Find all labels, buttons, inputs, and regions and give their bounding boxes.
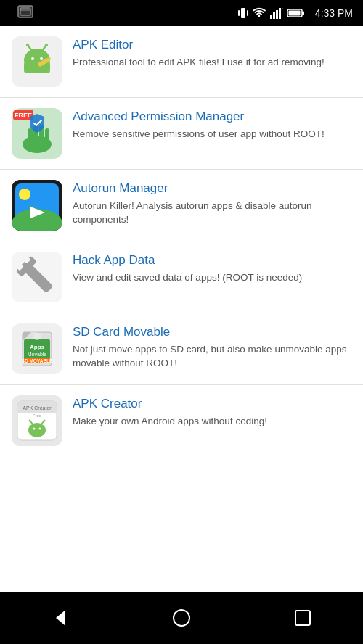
svg-rect-12 <box>302 12 304 15</box>
recent-apps-button[interactable] <box>287 602 319 634</box>
svg-rect-8 <box>276 10 278 19</box>
app-icon-hack-app <box>12 252 62 302</box>
app-name: APK Creator <box>73 397 351 411</box>
home-button[interactable] <box>166 602 197 634</box>
list-item[interactable]: APK Editor Professional tool to edit APK… <box>0 26 363 98</box>
app-info-sdcard: SD Card Movable Not just move apps to SD… <box>73 323 351 371</box>
svg-point-17 <box>26 44 29 46</box>
svg-point-20 <box>31 57 34 60</box>
back-button[interactable] <box>44 602 76 634</box>
app-icon-sdcard: Apps Movable SD MOVABLE <box>12 323 62 374</box>
app-icon-apk-creator: APK Creator Free <box>12 395 62 446</box>
status-bar: 4:33 PM <box>0 0 363 26</box>
svg-text:Movable: Movable <box>28 352 47 357</box>
svg-rect-4 <box>238 10 240 16</box>
app-desc: Autorun Killer! Analysis autorun apps & … <box>73 199 351 227</box>
nav-bar <box>0 592 363 644</box>
svg-marker-67 <box>56 611 65 625</box>
svg-point-68 <box>174 610 189 626</box>
svg-text:SD MOVABLE: SD MOVABLE <box>22 358 54 363</box>
app-name: SD Card Movable <box>73 325 351 339</box>
app-info-adv-perm: Advanced Permission Manager Remove sensi… <box>73 108 351 141</box>
svg-rect-5 <box>247 10 248 16</box>
svg-rect-69 <box>295 611 310 625</box>
svg-point-66 <box>39 428 41 430</box>
svg-rect-30 <box>45 128 49 144</box>
svg-rect-13 <box>288 11 300 16</box>
app-icon-autorun <box>12 180 62 231</box>
app-name: APK Editor <box>73 38 351 52</box>
app-name: Advanced Permission Manager <box>73 110 351 124</box>
svg-point-19 <box>45 44 48 46</box>
svg-rect-9 <box>279 8 281 19</box>
svg-text:APK Creator: APK Creator <box>23 405 52 410</box>
status-time: 4:33 PM <box>315 7 353 19</box>
svg-rect-22 <box>24 62 50 73</box>
svg-text:Free: Free <box>33 413 42 418</box>
svg-text:Apps: Apps <box>30 344 45 350</box>
app-name: Hack App Data <box>73 253 351 268</box>
svg-point-60 <box>28 423 46 437</box>
svg-rect-3 <box>241 8 245 18</box>
list-item[interactable]: Apps Movable SD MOVABLE SD Card Movable … <box>0 313 363 385</box>
svg-rect-10 <box>282 8 283 9</box>
svg-rect-6 <box>270 15 272 19</box>
svg-point-64 <box>44 420 46 422</box>
app-desc: Remove sensitive permissions of user app… <box>73 128 351 141</box>
app-desc: View and edit saved data of apps! (ROOT … <box>73 271 351 285</box>
app-icon-adv-perm: FREE <box>12 108 62 159</box>
app-desc: Make your own Android apps without codin… <box>73 415 351 429</box>
svg-rect-27 <box>28 128 33 146</box>
svg-point-62 <box>29 420 31 422</box>
app-desc: Professional tool to edit APK files! I u… <box>73 56 351 70</box>
app-info-apk-creator: APK Creator Make your own Android apps w… <box>73 395 351 429</box>
app-desc: Not just move apps to SD card, but also … <box>73 343 351 371</box>
app-name: Autorun Manager <box>73 181 351 196</box>
app-info-apk-editor: APK Editor Professional tool to edit APK… <box>73 36 351 70</box>
list-item[interactable]: Autorun Manager Autorun Killer! Analysis… <box>0 170 363 242</box>
app-info-hack-app: Hack App Data View and edit saved data o… <box>73 252 351 285</box>
svg-point-36 <box>19 189 30 200</box>
svg-text:FREE: FREE <box>15 112 32 119</box>
svg-point-21 <box>40 57 43 60</box>
app-info-autorun: Autorun Manager Autorun Killer! Analysis… <box>73 180 351 227</box>
svg-point-65 <box>33 428 36 430</box>
list-item[interactable]: FREE Advanced Permission Manager Remove … <box>0 98 363 170</box>
svg-point-51 <box>33 333 41 340</box>
app-list: APK Editor Professional tool to edit APK… <box>0 26 363 592</box>
status-icons: 4:33 PM <box>238 7 353 20</box>
svg-rect-7 <box>273 12 275 19</box>
list-item[interactable]: Hack App Data View and edit saved data o… <box>0 242 363 313</box>
list-item[interactable]: APK Creator Free APK Creator Make your o… <box>0 385 363 456</box>
app-icon-apk-editor <box>12 36 62 87</box>
screenshot-icon <box>17 5 33 21</box>
